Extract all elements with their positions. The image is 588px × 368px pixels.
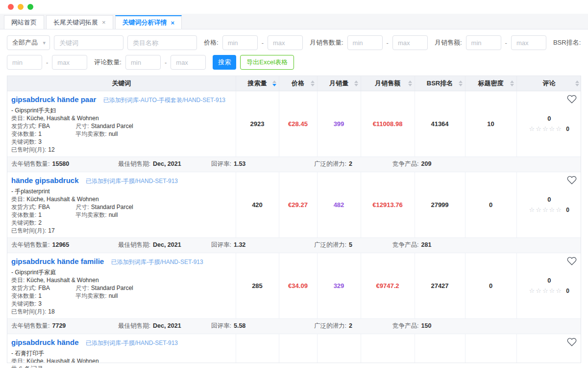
bsr-cell: 41364 [415, 91, 465, 157]
close-icon[interactable]: × [102, 19, 106, 26]
bsr-rank-label: BSR排名: [553, 38, 581, 47]
bsr-cell: 27999 [415, 172, 465, 237]
added-to-thesaurus-tag[interactable]: 已添加到词库-手膜/HAND-SET-913 [86, 340, 178, 346]
range-separator: - [165, 59, 167, 66]
zoom-window-button[interactable] [27, 4, 33, 10]
sold-months-value: 17 [48, 227, 54, 234]
sort-desc-icon[interactable] [575, 84, 579, 86]
tab-keyword-analysis[interactable]: 关键词分析详情 × [115, 15, 182, 29]
close-icon[interactable]: × [171, 19, 175, 26]
sort-desc-icon[interactable] [272, 84, 276, 86]
monthly-sales-qty-max-input[interactable] [392, 35, 428, 50]
favorite-heart-icon[interactable] [567, 256, 577, 266]
sort-asc-icon[interactable] [311, 80, 315, 83]
monthly-sales-amt-min-input[interactable] [466, 35, 501, 50]
monthly-sales-cell: 482 [317, 172, 361, 237]
title-density-cell: 0 [465, 253, 516, 318]
product-select[interactable]: 全部产品 ▾ [7, 35, 50, 50]
sort-desc-icon[interactable] [510, 84, 514, 86]
stat-best-sales-period: 最佳销售期:Dec, 2021 [118, 241, 211, 249]
sort-asc-icon[interactable] [510, 80, 514, 83]
sort-asc-icon[interactable] [354, 80, 358, 83]
stat-last-year-sales: 去年销售数量:7729 [11, 322, 118, 330]
shipping-label: 发货方式: [11, 285, 36, 291]
row-stats-bar: 去年销售数量:7729 最佳销售期:Dec, 2021 回评率:5.58 广泛的… [7, 318, 581, 334]
search-volume-value: 420 [252, 201, 263, 209]
range-separator: - [262, 39, 264, 47]
column-header-keyword: 关键词 [7, 76, 236, 91]
price-max-input[interactable] [268, 35, 303, 50]
sort-asc-icon[interactable] [575, 80, 579, 83]
title-density-cell [465, 334, 516, 363]
bsr-min-input[interactable] [7, 55, 42, 70]
monthly-sales-amt-max-input[interactable] [511, 35, 546, 50]
sort-control[interactable] [408, 80, 412, 86]
sort-control[interactable] [575, 80, 579, 86]
sort-control[interactable] [354, 80, 358, 86]
keyword-link[interactable]: gipsabdruck hände familie [11, 257, 104, 265]
search-button[interactable]: 搜索 [213, 55, 236, 70]
category-input[interactable] [127, 35, 197, 50]
keyword-count-label: 关键词数: [11, 219, 36, 226]
sort-control[interactable] [272, 80, 276, 86]
tab-home[interactable]: 网站首页 [4, 15, 44, 29]
stat-best-sales-period: 最佳销售期:Dec, 2021 [118, 322, 211, 330]
favorite-heart-icon[interactable] [567, 94, 577, 104]
stat-last-year-sales: 去年销售数量:15580 [11, 160, 118, 168]
variants-label: 变体数量: [11, 131, 36, 137]
sort-asc-icon[interactable] [272, 80, 276, 83]
avg-sellers-value: null [109, 211, 118, 218]
title-density-cell: 10 [465, 91, 516, 157]
sort-control[interactable] [311, 80, 315, 86]
sort-control[interactable] [459, 80, 463, 86]
minimize-window-button[interactable] [18, 4, 24, 10]
bsr-max-input[interactable] [52, 55, 87, 70]
keyword-link[interactable]: gipsabdruck hände [11, 338, 79, 346]
favorite-heart-icon[interactable] [567, 175, 577, 185]
export-excel-button[interactable]: 导出Excel表格 [240, 55, 294, 70]
sort-asc-icon[interactable] [459, 80, 463, 83]
keyword-input[interactable] [54, 35, 123, 50]
sort-desc-icon[interactable] [311, 84, 315, 86]
titlebar [0, 0, 588, 14]
size-value: Standard Parcel [91, 285, 133, 291]
sort-desc-icon[interactable] [354, 84, 358, 86]
price-cell: €29.27 [279, 172, 317, 237]
added-to-thesaurus-tag[interactable]: 已添加到词库-AUTO-手模套装/HAND-SET-913 [103, 97, 225, 104]
size-value: Standard Parcel [91, 204, 133, 210]
column-header-search-volume: 搜索量 [236, 76, 279, 91]
added-to-thesaurus-tag[interactable]: 已添加到词库-手膜/HAND-SET-913 [111, 259, 203, 265]
filter-row-2: - 评论数量: - 搜索 导出Excel表格 [7, 55, 581, 70]
close-window-button[interactable] [8, 4, 14, 10]
table-row: gipsabdruck hände familie 已添加到词库-手膜/HAND… [7, 253, 581, 318]
category-value: Küche, Haushalt & Wohnen [26, 358, 98, 364]
keyword-count-value: 2 [38, 219, 42, 226]
review-max-input[interactable] [171, 55, 206, 70]
review-cell: ☆☆☆☆☆ [516, 334, 581, 363]
keyword-link[interactable]: hände gipsabdruck [11, 176, 79, 184]
stat-review-rate: 回评率:5.58 [211, 322, 314, 330]
price-cell: €28.45 [279, 91, 317, 157]
sort-desc-icon[interactable] [408, 84, 412, 86]
sort-desc-icon[interactable] [459, 84, 463, 86]
sort-control[interactable] [510, 80, 514, 86]
monthly-sales-qty-min-input[interactable] [347, 35, 383, 50]
favorite-heart-icon[interactable] [567, 337, 577, 347]
review-cell: 0 ☆☆☆☆☆ 0 [516, 253, 581, 318]
bsr-cell [415, 334, 465, 363]
avg-sellers-label: 平均卖家数: [75, 292, 106, 299]
filter-panel: 全部产品 ▾ 价格: - 月销售数量: - 月销售额: - BSR排名: - 评… [0, 29, 588, 70]
keyword-cell: hände gipsabdruck 已添加到词库-手膜/HAND-SET-913… [7, 172, 236, 237]
price-min-input[interactable] [222, 35, 258, 50]
keyword-table: 关键词 搜索量 价格 月销量 月销售额 BSR排名 标题密度 评论 [7, 76, 581, 363]
monthly-sales-cell: 329 [317, 253, 361, 318]
column-header-monthly-sales: 月销量 [317, 76, 361, 91]
tab-longtail-keywords[interactable]: 长尾关键词拓展 × [46, 15, 113, 29]
sort-asc-icon[interactable] [408, 80, 412, 83]
keyword-count-value: 3 [38, 138, 42, 145]
price-cell [279, 334, 317, 363]
keyword-link[interactable]: gipsabdruck hände paar [11, 95, 96, 104]
added-to-thesaurus-tag[interactable]: 已添加到词库-手膜/HAND-SET-913 [86, 178, 178, 184]
search-volume-cell: 285 [236, 253, 279, 318]
review-min-input[interactable] [125, 55, 161, 70]
